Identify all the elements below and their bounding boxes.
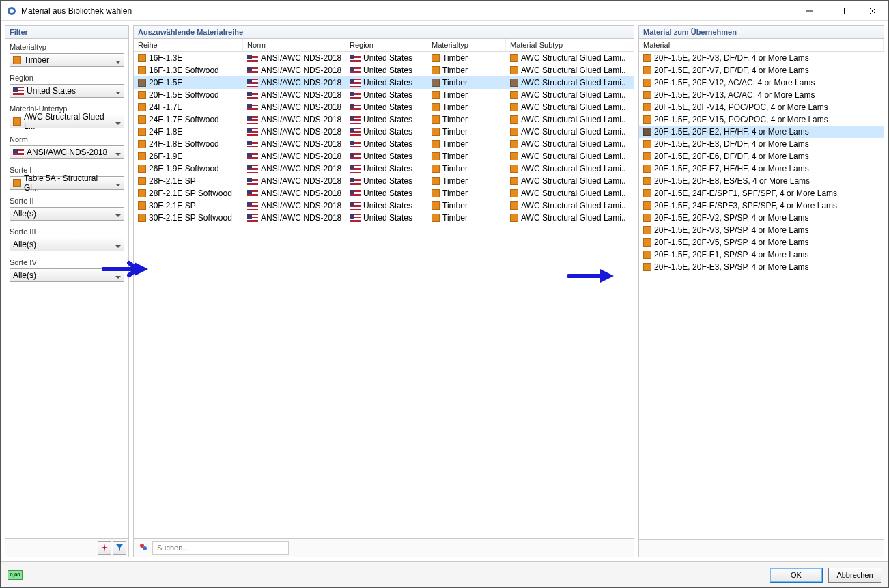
apply-filter-button[interactable] [113,541,126,555]
norm-value: ANSI/AWC NDS-2018 [27,148,107,157]
table-row[interactable]: 24F-1.8EANSI/AWC NDS-2018United StatesTi… [134,126,634,138]
table-row[interactable]: 30F-2.1E SPANSI/AWC NDS-2018United State… [134,199,634,212]
table-row[interactable]: 24F-1.8E SoftwoodANSI/AWC NDS-2018United… [134,138,634,150]
list-item[interactable]: 20F-1.5E, 20F-E8, ES/ES, 4 or More Lams [639,175,884,187]
cell-reihe: 24F-1.8E Softwood [149,139,219,149]
cancel-button[interactable]: Abbrechen [828,568,881,583]
col-subtyp[interactable]: Material-Subtyp [506,39,625,51]
unit-badge[interactable]: 0,00 [8,570,23,580]
cell-norm: ANSI/AWC NDS-2018 [261,176,341,186]
list-item[interactable]: 20F-1.5E, 20F-V3, SP/SP, 4 or More Lams [639,224,884,236]
subtyp-swatch-icon [510,152,518,160]
list-item[interactable]: 20F-1.5E, 20F-E7, HF/HF, 4 or More Lams [639,163,884,175]
material-name: 20F-1.5E, 20F-V14, POC/POC, 4 or More La… [654,102,828,112]
cell-subtyp: AWC Structural Glued Lami... [521,102,625,112]
subtyp-swatch-icon [510,79,518,87]
table-row[interactable]: 26F-1.9EANSI/AWC NDS-2018United StatesTi… [134,150,634,163]
us-flag-icon [350,141,361,148]
material-swatch-icon [643,103,651,111]
chevron-down-icon [115,180,121,186]
sorte1-value: Table 5A - Structural Gl... [24,173,113,193]
material-name: 20F-1.5E, 20F-E2, HF/HF, 4 or More Lams [654,127,809,137]
list-item[interactable]: 20F-1.5E, 20F-V7, DF/DF, 4 or More Lams [639,64,884,76]
us-flag-icon [350,104,361,111]
col-region[interactable]: Region [345,39,427,51]
cell-norm: ANSI/AWC NDS-2018 [261,90,341,100]
list-item[interactable]: 20F-1.5E, 20F-V5, SP/SP, 4 or More Lams [639,236,884,249]
list-item[interactable]: 20F-1.5E, 24F-E/SPF1, SPF/SPF, 4 or More… [639,187,884,199]
material-name: 20F-1.5E, 20F-E3, SP/SP, 4 or More Lams [654,262,809,272]
list-item[interactable]: 20F-1.5E, 20F-V15, POC/POC, 4 or More La… [639,113,884,126]
sorte3-combo[interactable]: Alle(s) [10,238,124,251]
sorte2-label: Sorte II [10,197,124,205]
chevron-down-icon [115,119,121,124]
subtyp-swatch-icon [510,128,518,136]
list-item[interactable]: 20F-1.5E, 20F-V12, AC/AC, 4 or More Lams [639,76,884,89]
col-reihe[interactable]: Reihe [134,39,243,51]
cell-subtyp: AWC Structural Glued Lami... [521,53,625,63]
filter-header: Filter [5,26,128,39]
ok-button[interactable]: OK [770,568,823,583]
subtyp-combo[interactable]: AWC Structural Glued L... [10,115,124,128]
table-row[interactable]: 28F-2.1E SPANSI/AWC NDS-2018United State… [134,175,634,187]
table-row[interactable]: 24F-1.7E SoftwoodANSI/AWC NDS-2018United… [134,113,634,126]
material-swatch-icon [643,91,651,99]
list-item[interactable]: 20F-1.5E, 24F-E/SPF3, SPF/SPF, 4 or More… [639,199,884,212]
list-item[interactable]: 20F-1.5E, 20F-V14, POC/POC, 4 or More La… [639,101,884,113]
subtyp-swatch-icon [510,115,518,124]
minimize-button[interactable] [794,1,825,21]
close-button[interactable] [857,1,888,21]
list-item[interactable]: 20F-1.5E, 20F-E2, HF/HF, 4 or More Lams [639,126,884,138]
col-norm[interactable]: Norm [243,39,345,51]
table-row[interactable]: 16F-1.3E SoftwoodANSI/AWC NDS-2018United… [134,64,634,76]
cell-norm: ANSI/AWC NDS-2018 [261,115,341,124]
cell-norm: ANSI/AWC NDS-2018 [261,164,341,173]
material-swatch-icon [643,177,651,185]
timber-swatch-icon [138,128,146,136]
material-swatch-icon [643,214,651,222]
search-input[interactable] [152,541,289,555]
subtyp-swatch-icon [510,189,518,197]
list-item[interactable]: 20F-1.5E, 20F-V13, AC/AC, 4 or More Lams [639,89,884,101]
table-row[interactable]: 30F-2.1E SP SoftwoodANSI/AWC NDS-2018Uni… [134,212,634,224]
cell-subtyp: AWC Structural Glued Lami... [521,164,625,173]
subtyp-swatch-icon [510,177,518,185]
search-icon [139,542,148,554]
subtyp-swatch-icon [510,140,518,148]
norm-combo[interactable]: ANSI/AWC NDS-2018 [10,145,124,159]
table-row[interactable]: 26F-1.9E SoftwoodANSI/AWC NDS-2018United… [134,163,634,175]
materialtyp-combo[interactable]: Timber [10,53,124,67]
table-row[interactable]: 20F-1.5E SoftwoodANSI/AWC NDS-2018United… [134,89,634,101]
us-flag-icon [350,178,361,185]
table-row[interactable]: 24F-1.7EANSI/AWC NDS-2018United StatesTi… [134,101,634,113]
list-item[interactable]: 20F-1.5E, 20F-V3, DF/DF, 4 or More Lams [639,52,884,64]
region-label: Region [10,74,124,82]
list-item[interactable]: 20F-1.5E, 20F-E3, SP/SP, 4 or More Lams [639,261,884,273]
table-row[interactable]: 16F-1.3EANSI/AWC NDS-2018United StatesTi… [134,52,634,64]
chevron-down-icon [115,150,121,155]
maximize-button[interactable] [825,1,857,21]
us-flag-icon [247,92,258,99]
materialtyp-value: Timber [24,55,49,65]
list-item[interactable]: 20F-1.5E, 20F-E6, DF/DF, 4 or More Lams [639,150,884,163]
sorte4-combo[interactable]: Alle(s) [10,268,124,282]
table-row[interactable]: 20F-1.5EANSI/AWC NDS-2018United StatesTi… [134,76,634,89]
us-flag-icon [247,79,258,87]
list-item[interactable]: 20F-1.5E, 20F-E1, SP/SP, 4 or More Lams [639,249,884,261]
cell-typ: Timber [442,90,468,100]
table-row[interactable]: 28F-2.1E SP SoftwoodANSI/AWC NDS-2018Uni… [134,187,634,199]
col-typ[interactable]: Materialtyp [427,39,506,51]
cell-typ: Timber [442,102,468,112]
sorte2-combo[interactable]: Alle(s) [10,207,124,221]
pin-filter-button[interactable] [98,541,111,555]
timber-swatch-icon [13,56,21,64]
cell-reihe: 20F-1.5E Softwood [149,90,219,100]
col-material[interactable]: Material [639,39,884,51]
list-item[interactable]: 20F-1.5E, 20F-V2, SP/SP, 4 or More Lams [639,212,884,224]
region-combo[interactable]: United States [10,84,124,98]
sorte4-label: Sorte IV [10,258,124,266]
list-item[interactable]: 20F-1.5E, 20F-E3, DF/DF, 4 or More Lams [639,138,884,150]
subtyp-swatch-icon [510,91,518,99]
material-swatch-icon [643,165,651,173]
sorte1-combo[interactable]: Table 5A - Structural Gl... [10,176,124,190]
